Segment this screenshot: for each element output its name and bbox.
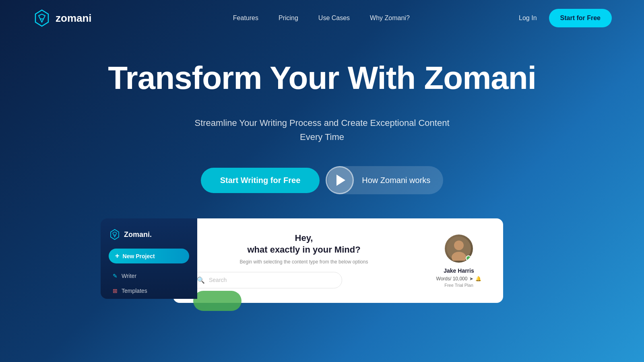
user-avatar (445, 234, 473, 263)
navbar: zomani Features Pricing Use Cases Why Zo… (0, 0, 644, 36)
nav-features[interactable]: Features (233, 14, 258, 22)
svg-marker-0 (35, 10, 48, 26)
svg-point-3 (454, 241, 464, 250)
how-it-works-button[interactable]: How Zomani works (328, 166, 443, 194)
writer-label: Writer (122, 273, 136, 279)
templates-icon: ⊞ (113, 288, 118, 294)
sidebar-item-writer[interactable]: ✎ Writer (109, 269, 189, 282)
search-icon: 🔍 (197, 276, 205, 284)
user-words: Words/ 10,000 ➤ 🔔 (436, 276, 482, 282)
bell-icon: 🔔 (475, 276, 481, 282)
nav-actions: Log In Start for Free (519, 9, 612, 27)
sidebar-new-project-button[interactable]: + New Project (109, 249, 189, 263)
how-zomani-works-label: How Zomani works (354, 168, 443, 193)
play-button[interactable] (326, 166, 354, 194)
nav-links: Features Pricing Use Cases Why Zomani? (124, 14, 519, 22)
hero-section: Transform Your With Zomani Streamline Yo… (0, 36, 644, 303)
hero-title-line2: Zomani (424, 60, 536, 96)
user-plan: Free Trial Plan (444, 283, 473, 288)
greeting-line2: what exactly in your Mind? (189, 244, 419, 256)
sidebar-preview: Zomani. + New Project ✎ Writer ⊞ Templat… (101, 218, 197, 299)
online-indicator (466, 255, 471, 261)
preview-subtext: Begin with selecting the content type fr… (189, 259, 419, 265)
logo-icon (32, 8, 52, 28)
words-count: Words/ 10,000 (436, 276, 468, 282)
nav-pricing[interactable]: Pricing (279, 14, 298, 22)
sidebar-logo-row: Zomani. (109, 228, 189, 241)
sidebar-logo-icon (109, 228, 121, 241)
nav-why-zomani[interactable]: Why Zomani? (370, 14, 410, 22)
templates-label: Templates (122, 288, 147, 294)
new-project-label: New Project (123, 253, 155, 259)
hero-buttons: Start Writing for Free How Zomani works (0, 166, 644, 194)
user-name: Jake Harris (444, 267, 474, 274)
preview-search-box[interactable]: 🔍 Search (189, 272, 342, 288)
hero-subtitle-line2: Every Time (300, 132, 344, 142)
sidebar-item-templates[interactable]: ⊞ Templates (109, 284, 189, 297)
green-blob-decoration (193, 291, 242, 311)
hero-subtitle: Streamline Your Writing Process and Crea… (0, 116, 644, 144)
logo[interactable]: zomani (32, 8, 92, 28)
send-icon: ➤ (469, 276, 473, 282)
user-card: Jake Harris Words/ 10,000 ➤ 🔔 Free Trial… (431, 232, 487, 289)
start-for-free-button[interactable]: Start for Free (549, 9, 612, 27)
app-preview: Zomani. + New Project ✎ Writer ⊞ Templat… (101, 218, 543, 303)
hero-title: Transform Your With Zomani (0, 60, 644, 96)
play-icon (336, 175, 345, 186)
hero-subtitle-line1: Streamline Your Writing Process and Crea… (194, 118, 449, 128)
svg-marker-1 (111, 230, 119, 240)
login-link[interactable]: Log In (519, 14, 537, 22)
main-preview-panel: Hey, what exactly in your Mind? Begin wi… (173, 218, 503, 303)
main-content-area: Hey, what exactly in your Mind? Begin wi… (189, 232, 419, 289)
sidebar-logo-text: Zomani. (124, 230, 152, 239)
greeting-line1: Hey, (189, 232, 419, 244)
search-placeholder-text: Search (209, 277, 227, 283)
preview-greeting: Hey, what exactly in your Mind? (189, 232, 419, 255)
nav-use-cases[interactable]: Use Cases (318, 14, 350, 22)
plus-icon: + (115, 252, 120, 260)
start-writing-button[interactable]: Start Writing for Free (201, 168, 320, 193)
hero-title-line1: Transform Your With (108, 60, 415, 96)
logo-text: zomani (56, 12, 92, 25)
writer-icon: ✎ (113, 273, 118, 279)
